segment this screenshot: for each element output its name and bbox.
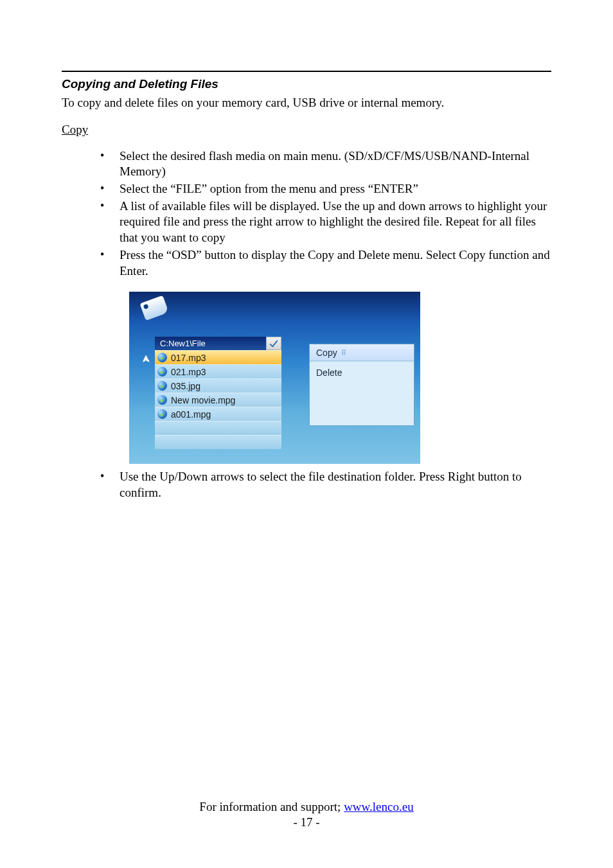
file-row[interactable]: ▸ a001.mpg [155,407,281,421]
instruction-item: Select the “FILE” option from the menu a… [100,181,551,197]
file-name: 021.mp3 [171,367,206,377]
file-row[interactable]: ▸ 021.mp3 [155,364,281,378]
path-bar: C:New1\File [155,337,281,350]
instruction-item: A list of available files will be displa… [100,199,551,246]
menu-item-delete[interactable]: Delete [310,361,414,425]
menu-item-copy[interactable]: Copy ⠿ [310,344,414,361]
file-row-empty [155,421,281,435]
footer-link[interactable]: www.lenco.eu [344,800,414,813]
check-pencil-icon [266,337,281,350]
file-row-empty [155,435,281,449]
file-browser-screenshot: C:New1\File ⮝ ▸ 017.mp3 ▸ 021.mp3 ▸ 035.… [129,292,420,464]
file-name: New movie.mpg [171,395,235,405]
file-name: 017.mp3 [171,353,206,363]
file-orb-icon: ▸ [157,367,167,376]
menu-label: Delete [316,364,342,381]
copy-delete-menu: Copy ⠿ Delete [309,344,414,426]
section-heading: Copying and Deleting Files [62,77,551,91]
file-name: 035.jpg [171,381,200,391]
instruction-item: Use the Up/Down arrows to select the fil… [100,469,551,500]
instruction-item: Press the “OSD” button to display the Co… [100,247,551,279]
page-number: - 17 - [0,815,613,831]
file-name: a001.mpg [171,409,211,420]
instruction-list-continued: Use the Up/Down arrows to select the fil… [62,469,551,500]
tag-icon [139,294,175,328]
copy-subheading: Copy [62,123,551,137]
section-divider [62,71,551,72]
file-orb-icon: ▸ [157,353,167,362]
file-list: ▸ 017.mp3 ▸ 021.mp3 ▸ 035.jpg ▸ New movi… [155,350,281,449]
file-orb-icon: ▸ [157,381,167,391]
menu-label: Copy [316,344,337,361]
file-orb-icon: ▸ [157,409,167,419]
up-level-icon: ⮝ [142,354,150,364]
instruction-item: Select the desired flash media on main m… [100,148,551,180]
file-row[interactable]: ▸ 035.jpg [155,378,281,393]
footer-prefix: For information and support; [199,800,344,813]
file-orb-icon: ▸ [157,395,167,405]
ellipsis-icon: ⠿ [341,344,346,361]
page-footer: For information and support; www.lenco.e… [0,799,613,831]
instruction-list: Select the desired flash media on main m… [62,148,551,279]
intro-paragraph: To copy and delete files on your memory … [62,95,551,111]
file-row[interactable]: ▸ New movie.mpg [155,393,281,407]
file-row[interactable]: ▸ 017.mp3 [155,350,281,364]
